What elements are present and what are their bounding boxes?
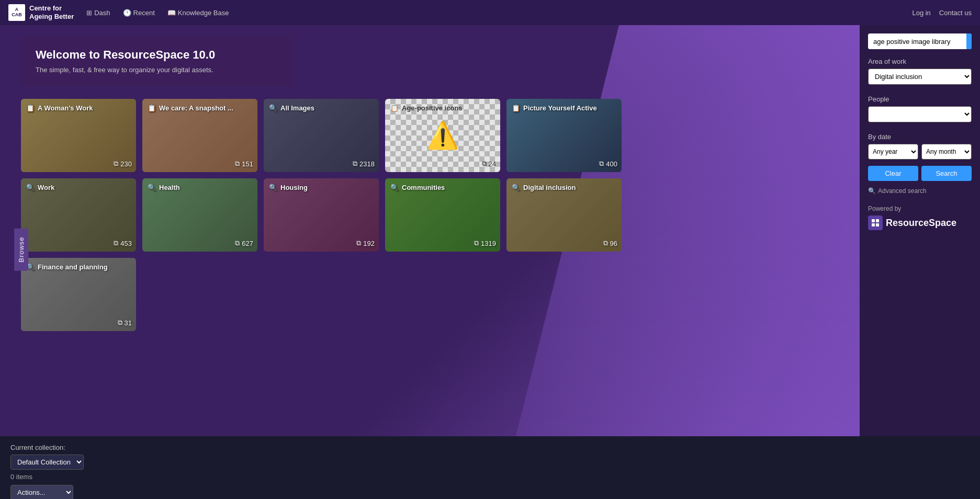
card-count-housing: ⧉ 192 — [356, 239, 375, 247]
card-title-digital: 🔍 Digital inclusion — [512, 184, 576, 191]
search-button[interactable]: 🔍 — [966, 33, 972, 49]
collection-card-finance[interactable]: 🔍 Finance and planning ⧉ 31 — [21, 258, 136, 331]
card-count-finance: ⧉ 31 — [118, 319, 132, 327]
copy-icon: ⧉ — [114, 239, 118, 247]
collection-select[interactable]: Default Collection — [10, 455, 84, 470]
area-of-work-label: Area of work — [868, 58, 972, 65]
filter-buttons: Clear Search — [868, 166, 972, 181]
search-icon: 🔍 — [269, 104, 277, 112]
collection-icon: 📋 — [26, 104, 35, 112]
card-count-work: ⧉ 453 — [114, 239, 132, 247]
card-title-picture-yourself: 📋 Picture Yourself Active — [512, 104, 597, 112]
navbar-left: ACAB Centre for Ageing Better ⊞ Dash 🕐 R… — [8, 4, 229, 21]
collection-card-communities[interactable]: 🔍 Communities ⧉ 1319 — [385, 178, 500, 252]
card-title-housing: 🔍 Housing — [269, 184, 308, 191]
card-count-all-images: ⧉ 2318 — [353, 160, 375, 168]
collection-icon: 📋 — [390, 104, 399, 112]
card-count-age-icons: ⧉ 24 — [482, 160, 496, 168]
card-title-communities: 🔍 Communities — [390, 184, 445, 191]
logo-label: Centre for Ageing Better — [29, 4, 74, 20]
footer: Current collection: Default Collection 0… — [0, 436, 980, 499]
search-icon: 🔍 — [26, 184, 35, 191]
svg-rect-0 — [872, 219, 875, 222]
collection-card-womans-work[interactable]: 📋 A Woman's Work ⧉ 230 — [21, 99, 136, 172]
actions-select[interactable]: Actions... — [10, 485, 73, 499]
welcome-subtitle: The simple, fast, & free way to organize… — [36, 66, 278, 74]
age-icon-image: ⚠️ — [426, 120, 459, 151]
card-count-picture-yourself: ⧉ 400 — [599, 160, 617, 168]
powered-by-label: Powered by — [868, 205, 972, 212]
search-filter-button[interactable]: Search — [921, 166, 972, 181]
copy-icon: ⧉ — [114, 160, 118, 168]
svg-rect-2 — [872, 223, 875, 226]
search-bar: 🔍 — [868, 33, 972, 49]
rs-logo-box — [868, 216, 883, 230]
rs-logo: ResourceSpace — [868, 216, 972, 230]
copy-icon: ⧉ — [118, 319, 122, 327]
collection-card-digital[interactable]: 🔍 Digital inclusion ⧉ 96 — [506, 178, 622, 252]
content-area: Welcome to ResourceSpace 10.0 The simple… — [0, 25, 860, 436]
book-icon: 📖 — [167, 9, 176, 17]
welcome-title: Welcome to ResourceSpace 10.0 — [36, 48, 278, 62]
collection-card-age-icons[interactable]: 📋 Age-positive icons ⚠️ ⧉ 24 — [385, 99, 500, 172]
collection-card-picture-yourself[interactable]: 📋 Picture Yourself Active ⧉ 400 — [506, 99, 622, 172]
year-select[interactable]: Any year 2024 2023 2022 — [868, 144, 918, 160]
footer-actions-row: Actions... — [10, 485, 970, 499]
card-title-age-icons: 📋 Age-positive icons — [390, 104, 463, 112]
card-count-we-care: ⧉ 151 — [235, 160, 253, 168]
welcome-box: Welcome to ResourceSpace 10.0 The simple… — [21, 36, 293, 86]
nav-logo[interactable]: ACAB Centre for Ageing Better — [8, 4, 74, 21]
nav-item-dash[interactable]: ⊞ Dash — [86, 9, 110, 17]
login-link[interactable]: Log in — [912, 9, 930, 17]
people-select[interactable] — [868, 106, 972, 122]
card-count-digital: ⧉ 96 — [603, 239, 617, 247]
browse-tab[interactable]: Browse — [14, 228, 28, 270]
advanced-search-link[interactable]: 🔍 Advanced search — [868, 187, 972, 195]
collection-card-housing[interactable]: 🔍 Housing ⧉ 192 — [264, 178, 379, 252]
svg-rect-3 — [876, 223, 879, 226]
card-count-communities: ⧉ 1319 — [474, 239, 496, 247]
people-label: People — [868, 95, 972, 103]
clear-button[interactable]: Clear — [868, 166, 918, 181]
collection-card-we-care[interactable]: 📋 We care: A snapshot ... ⧉ 151 — [142, 99, 257, 172]
by-date-label: By date — [868, 133, 972, 141]
card-title-all-images: 🔍 All Images — [269, 104, 314, 112]
month-select[interactable]: Any month January February March — [921, 144, 972, 160]
logo-box: ACAB — [8, 4, 25, 21]
main-layout: Welcome to ResourceSpace 10.0 The simple… — [0, 25, 980, 436]
search-icon: 🔍 — [390, 184, 399, 191]
copy-icon: ⧉ — [356, 239, 361, 247]
area-of-work-select[interactable]: Digital inclusion — [868, 69, 972, 85]
rs-logo-icon — [871, 219, 880, 227]
date-row: Any year 2024 2023 2022 Any month Januar… — [868, 144, 972, 160]
card-title-health: 🔍 Health — [148, 184, 180, 191]
collection-card-work[interactable]: 🔍 Work ⧉ 453 — [21, 178, 136, 252]
copy-icon: ⧉ — [474, 239, 479, 247]
navbar-right: Log in Contact us — [912, 9, 972, 17]
rs-logo-text: ResourceSpace — [886, 218, 956, 229]
card-title-we-care: 📋 We care: A snapshot ... — [148, 104, 233, 112]
copy-icon: ⧉ — [603, 239, 608, 247]
card-title-finance: 🔍 Finance and planning — [26, 263, 108, 271]
copy-icon: ⧉ — [599, 160, 604, 168]
current-collection-label: Current collection: — [10, 444, 65, 451]
footer-items-count: 0 items — [10, 473, 970, 481]
sidebar: 🔍 Area of work Digital inclusion People … — [860, 25, 980, 436]
card-title-work: 🔍 Work — [26, 184, 54, 191]
search-icon: 🔍 — [269, 184, 277, 191]
svg-rect-1 — [876, 219, 879, 222]
collection-card-health[interactable]: 🔍 Health ⧉ 627 — [142, 178, 257, 252]
collections-grid: 📋 A Woman's Work ⧉ 230 📋 We care: A snap… — [21, 99, 849, 331]
footer-collection-row: Current collection: — [10, 444, 970, 451]
search-input[interactable] — [868, 34, 966, 49]
card-count-womans-work: ⧉ 230 — [114, 160, 132, 168]
nav-item-recent[interactable]: 🕐 Recent — [123, 9, 155, 17]
collection-card-all-images[interactable]: 🔍 All Images ⧉ 2318 — [264, 99, 379, 172]
card-count-health: ⧉ 627 — [235, 239, 253, 247]
advanced-search-icon: 🔍 — [868, 187, 876, 195]
nav-item-knowledge[interactable]: 📖 Knowledge Base — [167, 9, 229, 17]
collection-icon: 📋 — [512, 104, 520, 112]
contact-link[interactable]: Contact us — [939, 9, 972, 17]
navbar: ACAB Centre for Ageing Better ⊞ Dash 🕐 R… — [0, 0, 980, 25]
card-title-womans-work: 📋 A Woman's Work — [26, 104, 93, 112]
